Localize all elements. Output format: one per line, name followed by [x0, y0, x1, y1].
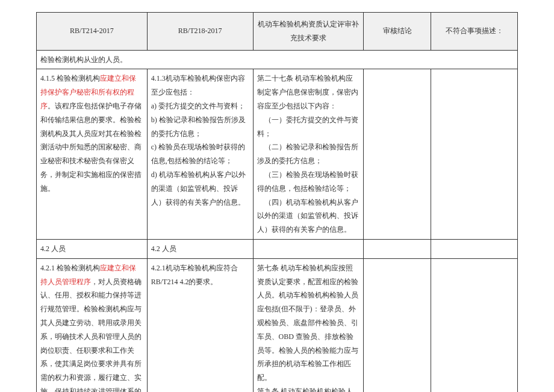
text-421-post: ，对人员资格确认、任用、授权和能力保持等进行规范管理。检验检测机构应与其人员建立…	[40, 278, 142, 392]
cell-personnel-note: 检验检测机构从业的人员。	[37, 50, 518, 69]
cell-421: 4.2.1 检验检测机构应建立和保持人员管理程序，对人员资格确认、任用、授权和能…	[37, 258, 148, 392]
header-conclusion: 审核结论	[364, 13, 431, 51]
table-row: 4.2.1 检验检测机构应建立和保持人员管理程序，对人员资格确认、任用、授权和能…	[37, 258, 518, 392]
cell-conclusion-3	[364, 258, 431, 392]
cell-42-tech	[253, 239, 364, 258]
header-rbt218: RB/T218-2017	[147, 13, 253, 51]
cell-conclusion-1	[364, 69, 431, 240]
text-415-post: 。该程序应包括保护电子存储和传输结果信息的要求。检验检测机构及其人员应对其在检验…	[40, 102, 142, 193]
text-415-pre: 4.1.5 检验检测机构	[40, 74, 100, 82]
text-421-pre: 4.2.1 检验检测机构	[40, 264, 100, 272]
cell-conclusion-2	[364, 239, 431, 258]
cell-415: 4.1.5 检验检测机构应建立和保持保护客户秘密和所有权的程序。该程序应包括保护…	[37, 69, 148, 240]
header-tech-req: 机动车检验机构资质认定评审补充技术要求	[253, 13, 364, 51]
table-row: 4.2 人员 4.2 人员	[37, 239, 518, 258]
cell-nonconformity-2	[431, 239, 518, 258]
cell-421-right: 4.2.1机动车检验机构应符合RB/T214 4.2的要求。	[147, 258, 253, 392]
table-row: 4.1.5 检验检测机构应建立和保持保护客户秘密和所有权的程序。该程序应包括保护…	[37, 69, 518, 240]
header-row: RB/T214-2017 RB/T218-2017 机动车检验机构资质认定评审补…	[37, 13, 518, 51]
header-rbt214: RB/T214-2017	[37, 13, 148, 51]
header-nonconformity: 不符合事项描述：	[431, 13, 518, 51]
cell-42-left: 4.2 人员	[37, 239, 148, 258]
compliance-table: RB/T214-2017 RB/T218-2017 机动车检验机构资质认定评审补…	[36, 12, 518, 392]
cell-nonconformity-3	[431, 258, 518, 392]
cell-nonconformity-1	[431, 69, 518, 240]
cell-42-right: 4.2 人员	[147, 239, 253, 258]
cell-article7: 第七条 机动车检验机构应按照资质认定要求，配置相应的检验人员。机动车检验机构检验…	[253, 258, 364, 392]
cell-article27: 第二十七条 机动车检验机构应制定客户信息保密制度，保密内容应至少包括以下内容： …	[253, 69, 364, 240]
cell-413: 4.1.3机动车检验机构保密内容至少应包括：a) 委托方提交的文件与资料；b) …	[147, 69, 253, 240]
table-row: 检验检测机构从业的人员。	[37, 50, 518, 69]
